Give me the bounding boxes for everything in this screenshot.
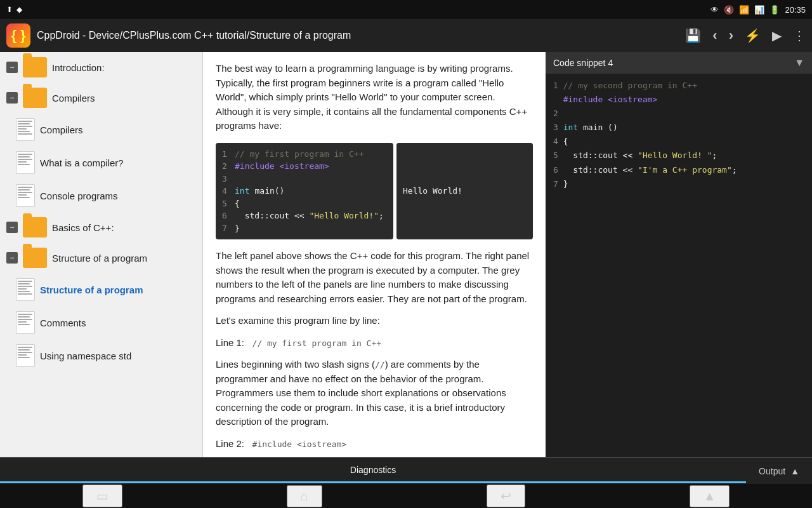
slash-code: // <box>375 360 385 370</box>
code-line-2: 2 #include <iostream> <box>222 160 387 173</box>
status-icon-2: ◆ <box>16 5 22 14</box>
line2-explanation: Line 2: #include <iostream> <box>216 437 533 451</box>
snippet-line-include: #include <iostream> <box>553 93 804 107</box>
sidebar-item-comments-doc[interactable]: Comments <box>0 306 202 339</box>
save-button[interactable]: 💾 <box>685 28 701 43</box>
status-bar: ⬆ ◆ 👁 🔇 📶 📊 🔋 20:35 <box>0 0 812 19</box>
sidebar-item-introduction[interactable]: − Introduction: <box>0 52 202 83</box>
time-display: 20:35 <box>785 5 806 15</box>
sidebar-item-compilers-doc[interactable]: Compilers <box>0 113 202 146</box>
collapse-compilers[interactable]: − <box>6 92 18 104</box>
code-line-7: 7 } <box>222 222 387 235</box>
play-button[interactable]: ▶ <box>772 28 782 43</box>
diagnostics-tab[interactable]: Diagnostics <box>0 458 746 483</box>
content-area: The best way to learn a programming lang… <box>203 52 546 457</box>
doc-icon-comments <box>16 311 35 334</box>
forward-button[interactable]: › <box>729 27 733 44</box>
sidebar-label-compilers-folder: Compilers <box>52 93 95 104</box>
title-text: CppDroid - Device/CPlusPlus.com C++ tuto… <box>37 30 679 41</box>
snippet-line-3: 3 int main () <box>553 121 804 135</box>
sidebar-label-namespace-doc: Using namespace std <box>40 351 131 361</box>
folder-icon-structure <box>23 248 47 268</box>
battery-icon: 🔋 <box>769 5 780 15</box>
collapse-basics[interactable]: − <box>6 222 18 233</box>
sidebar-item-namespace-doc[interactable]: Using namespace std <box>0 339 202 372</box>
doc-icon-compilers <box>16 118 35 141</box>
wifi-icon: 📶 <box>739 5 749 15</box>
folder-icon-introduction <box>23 57 47 77</box>
sidebar-label-basics-folder: Basics of C++: <box>52 222 114 233</box>
explanation-text: The left panel above shows the C++ code … <box>216 249 533 306</box>
code-line-4: 4 int main() <box>222 185 387 197</box>
sidebar-item-what-is-compiler[interactable]: What is a compiler? <box>0 146 202 179</box>
nav-bar: ▭ ⌂ ↩ ▲ <box>0 484 812 508</box>
status-icon-1: ⬆ <box>6 5 13 14</box>
sidebar-label-structure-folder: Structure of a program <box>52 253 147 264</box>
code-line-5: 5 { <box>222 197 387 210</box>
sidebar-label-console-programs: Console programs <box>40 190 118 201</box>
code-output-text: Hello World! <box>403 185 462 197</box>
code-line-1: 1 // my first program in C++ <box>222 148 387 161</box>
eye-icon: 👁 <box>710 5 719 15</box>
doc-icon-structure <box>16 278 35 301</box>
output-tab[interactable]: Output ▲ <box>746 460 812 483</box>
examine-text: Let's examine this program line by line: <box>216 314 533 328</box>
doc-icon-what-is-compiler <box>16 151 35 174</box>
output-tab-label: Output <box>759 466 785 476</box>
menu-button[interactable]: ⋮ <box>793 28 806 43</box>
snippet-title: Code snippet 4 <box>553 58 613 68</box>
intro-text: The best way to learn a programming lang… <box>216 62 533 133</box>
sidebar-item-console-programs[interactable]: Console programs <box>0 179 202 212</box>
back-button[interactable]: ‹ <box>712 27 717 44</box>
nav-square-button[interactable]: ▭ <box>82 485 122 507</box>
sidebar-label-introduction: Introduction: <box>52 62 105 73</box>
mute-icon: 🔇 <box>724 5 734 15</box>
status-right: 👁 🔇 📶 📊 🔋 20:35 <box>710 5 806 15</box>
nav-home-button[interactable]: ⌂ <box>287 485 322 507</box>
status-left: ⬆ ◆ <box>6 5 22 14</box>
title-actions: 💾 ‹ › ⚡ ▶ ⋮ <box>685 27 806 44</box>
line2-label: Line 2: <box>216 438 244 449</box>
collapse-introduction[interactable]: − <box>6 62 18 73</box>
nav-back-button[interactable]: ↩ <box>487 485 525 507</box>
sidebar-label-compilers-doc: Compilers <box>40 124 83 135</box>
sidebar-item-compilers-folder[interactable]: − Compilers <box>0 83 202 113</box>
sidebar-label-structure-doc: Structure of a program <box>40 284 143 295</box>
title-bar: { } CppDroid - Device/CPlusPlus.com C++ … <box>0 19 812 52</box>
code-line-6: 6 std::cout << "Hello World!"; <box>222 210 387 222</box>
output-chevron-up: ▲ <box>790 466 799 476</box>
main-area: − Introduction: − Compilers Comp <box>0 52 812 457</box>
app-icon: { } <box>6 23 30 48</box>
snippet-line-2: 2 <box>553 107 804 121</box>
sidebar-item-structure-folder[interactable]: − Structure of a program <box>0 243 202 273</box>
code-output-panel: Hello World! <box>396 143 533 240</box>
sidebar-label-what-is-compiler: What is a compiler? <box>40 157 124 168</box>
snippet-line-4: 4 { <box>553 135 804 149</box>
snippet-line-1: 1 // my second program in C++ <box>553 79 804 93</box>
nav-expand-button[interactable]: ▲ <box>690 485 730 507</box>
snippet-line-5: 5 std::cout << "Hello World! "; <box>553 149 804 163</box>
signal-icon: 📊 <box>754 5 764 15</box>
snippet-line-7: 7 } <box>553 177 804 191</box>
snippet-header: Code snippet 4 ▼ <box>546 52 812 74</box>
doc-icon-console <box>16 184 35 207</box>
snippet-body: 1 // my second program in C++ #include <… <box>546 74 812 457</box>
line1-desc: Lines beginning with two slash signs (//… <box>216 358 533 429</box>
folder-icon-basics <box>23 217 47 237</box>
sidebar-item-structure-doc[interactable]: Structure of a program <box>0 273 202 306</box>
doc-icon-namespace <box>16 344 35 367</box>
code-line-3: 3 <box>222 173 387 185</box>
sidebar-label-comments-doc: Comments <box>40 318 86 328</box>
line1-label: Line 1: <box>216 337 244 348</box>
code-block-container: 1 // my first program in C++ 2 #include … <box>216 143 533 240</box>
sidebar-item-basics-folder[interactable]: − Basics of C++: <box>0 212 202 243</box>
folder-icon-compilers <box>23 88 47 108</box>
snippet-scroll-btn[interactable]: ▼ <box>794 57 804 69</box>
flash-button[interactable]: ⚡ <box>745 28 761 43</box>
code-panel: 1 // my first program in C++ 2 #include … <box>216 143 393 240</box>
collapse-structure[interactable]: − <box>6 252 18 264</box>
sidebar: − Introduction: − Compilers Comp <box>0 52 203 457</box>
line1-code: // my first program in C++ <box>252 338 382 348</box>
line2-code: #include <iostream> <box>252 439 347 449</box>
line1-explanation: Line 1: // my first program in C++ <box>216 336 533 351</box>
